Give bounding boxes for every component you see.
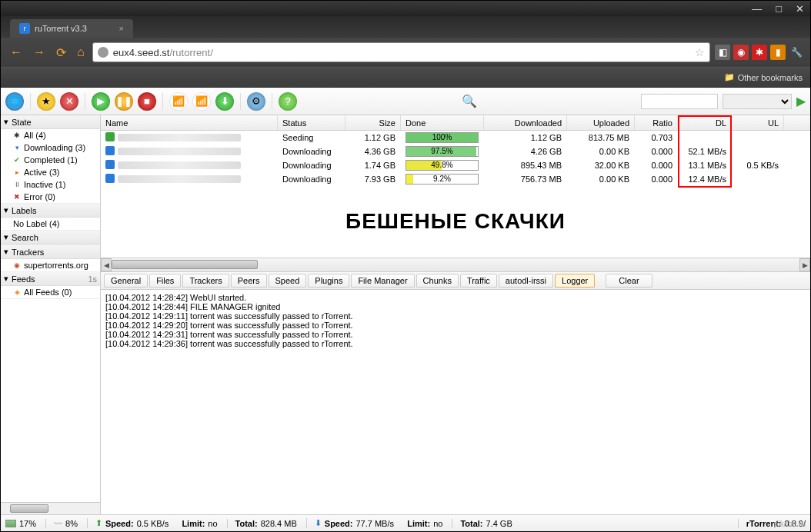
start-button[interactable]: ▶ [92,92,110,111]
search-icon[interactable]: 🔍 [462,94,477,108]
col-ratio[interactable]: Ratio [635,115,678,130]
sidebar-labels-header[interactable]: ▾ Labels [1,204,100,218]
col-dl[interactable]: DL [678,115,732,130]
detail-tab[interactable]: Plugins [308,274,349,288]
cell-uploaded: 0.00 KB [567,147,635,156]
cell-ratio: 0.000 [635,175,678,184]
sidebar-trackers-header[interactable]: ▾ Trackers [1,245,100,259]
sidebar-item-feeds[interactable]: ◈All Feeds (0) [1,286,100,298]
table-row[interactable]: Seeding 1.12 GB 100% 1.12 GB 813.75 MB 0… [101,131,810,145]
col-downloaded[interactable]: Downloaded [484,115,567,130]
clear-button[interactable]: Clear [606,274,652,288]
grid-body: Seeding 1.12 GB 100% 1.12 GB 813.75 MB 0… [101,131,810,186]
detail-tab[interactable]: Peers [231,274,267,288]
detail-tab[interactable]: File Manager [351,274,414,288]
col-name[interactable]: Name [101,115,278,130]
other-bookmarks[interactable]: Other bookmarks [738,73,803,82]
nav-home-icon[interactable]: ⌂ [74,44,88,61]
minimize-button[interactable]: — [749,3,765,15]
log-line: [10.04.2012 14:29:31] torrent was succes… [105,330,806,339]
sidebar-labels-section: ▾ Labels No Label (4) [1,204,100,231]
browser-tab[interactable]: r ruTorrent v3.3 × [10,19,133,38]
sidebar-item-state[interactable]: ✖Error (0) [1,191,100,203]
detail-tab[interactable]: Trackers [182,274,229,288]
extension-icon[interactable]: ▮ [770,45,786,60]
col-status[interactable]: Status [278,115,345,130]
detail-tab[interactable]: Logger [555,274,595,288]
search-input[interactable] [641,94,718,109]
torrent-status-icon [105,132,115,141]
col-uploaded[interactable]: Uploaded [567,115,635,130]
detail-tab[interactable]: General [104,274,148,288]
sidebar-item-label: Inactive (1) [24,180,65,189]
add-torrent-button[interactable]: 🌐 [5,92,24,111]
sidebar-item-nolabel[interactable]: No Label (4) [1,218,100,230]
detail-tab[interactable]: Speed [269,274,307,288]
close-button[interactable]: ✕ [793,3,807,15]
nav-forward-icon[interactable]: → [30,44,48,61]
sidebar-state-header[interactable]: ▾ State [1,115,100,129]
settings-button[interactable]: ⚙ [247,92,265,111]
tracker-icon: ◉ [13,261,21,269]
globe-icon [98,47,108,58]
nav-reload-icon[interactable]: ⟳ [53,44,69,62]
cpu-usage: 〰8% [45,519,78,528]
rss-manager-button[interactable]: 📶 [192,92,211,111]
separator [30,93,31,110]
detail-tab[interactable]: Chunks [416,274,459,288]
nav-row: ← → ⟳ ⌂ eux4.seed.st/rutorrent/ ☆ ◧ ◉ ✱ … [1,38,810,67]
browser-chrome: r ruTorrent v3.3 × ← → ⟳ ⌂ eux4.seed.st/… [1,16,810,88]
separator [240,93,241,110]
remove-button[interactable]: ✕ [60,92,78,111]
url-text: eux4.seed.st/rutorrent/ [113,47,690,58]
nav-back-icon[interactable]: ← [7,44,25,61]
up-arrow-icon: ⬆ [95,518,102,528]
maximize-button[interactable]: □ [773,3,785,15]
autodl-button[interactable]: ⬇ [215,92,234,111]
cell-status: Seeding [278,133,345,142]
sidebar-feeds-header[interactable]: ▾ Feeds1s [1,272,100,286]
sidebar-scrollbar[interactable] [1,502,100,514]
col-ul[interactable]: UL [732,115,784,130]
content-area: Name Status Size Done Downloaded Uploade… [101,115,810,514]
state-icon: ✖ [13,193,21,201]
help-button[interactable]: ? [279,92,297,111]
bookmark-star-icon[interactable]: ☆ [695,46,705,58]
download-speed: ⬇Speed: 77.7 MB/s Limit: no [306,518,443,528]
cell-dl: 13.1 MB/s [678,161,732,170]
wrench-icon[interactable]: 🔧 [789,45,804,60]
table-row[interactable]: Downloading 7.93 GB 9.2% 756.73 MB 0.00 … [101,172,810,186]
sidebar-item-state[interactable]: ▾Downloading (3) [1,141,100,154]
rss-button[interactable]: 📶 [169,92,188,111]
state-icon: ▾ [13,144,21,151]
table-row[interactable]: Downloading 4.36 GB 97.5% 4.26 GB 0.00 K… [101,145,810,158]
col-done[interactable]: Done [401,115,484,130]
url-bar[interactable]: eux4.seed.st/rutorrent/ ☆ [92,42,710,62]
extension-icon[interactable]: ◉ [733,45,749,60]
search-engine-select[interactable] [723,94,792,109]
disk-icon [5,520,16,527]
sidebar-item-tracker[interactable]: ◉supertorrents.org [1,259,100,271]
col-size[interactable]: Size [345,115,401,130]
grid-h-scrollbar[interactable]: ◀▶ [101,258,810,271]
extension-icon[interactable]: ◧ [715,45,730,60]
folder-icon: 📁 [724,72,735,82]
pause-button[interactable]: ❚❚ [115,92,133,111]
detail-tab[interactable]: Traffic [460,274,497,288]
sidebar-trackers-section: ▾ Trackers ◉supertorrents.org [1,245,100,272]
table-row[interactable]: Downloading 1.74 GB 49.8% 895.43 MB 32.0… [101,158,810,172]
sidebar-item-state[interactable]: ✱All (4) [1,129,100,141]
detail-tab[interactable]: Files [149,274,181,288]
stop-button[interactable]: ■ [138,92,156,111]
detail-tab[interactable]: autodl-irssi [499,274,553,288]
download-total: Total: 7.4 GB [452,519,512,528]
tab-close-icon[interactable]: × [119,24,124,33]
create-torrent-button[interactable]: ★ [37,92,55,111]
sidebar-item-state[interactable]: ✔Completed (1) [1,154,100,166]
sidebar-item-state[interactable]: ▸Active (3) [1,166,100,178]
sidebar-search-header[interactable]: ▾ Search [1,231,100,244]
cell-done: 49.8% [401,160,484,171]
extension-icon[interactable]: ✱ [752,45,767,60]
sidebar-item-state[interactable]: ⏸Inactive (1) [1,178,100,191]
search-go-button[interactable]: ▶ [796,94,806,108]
